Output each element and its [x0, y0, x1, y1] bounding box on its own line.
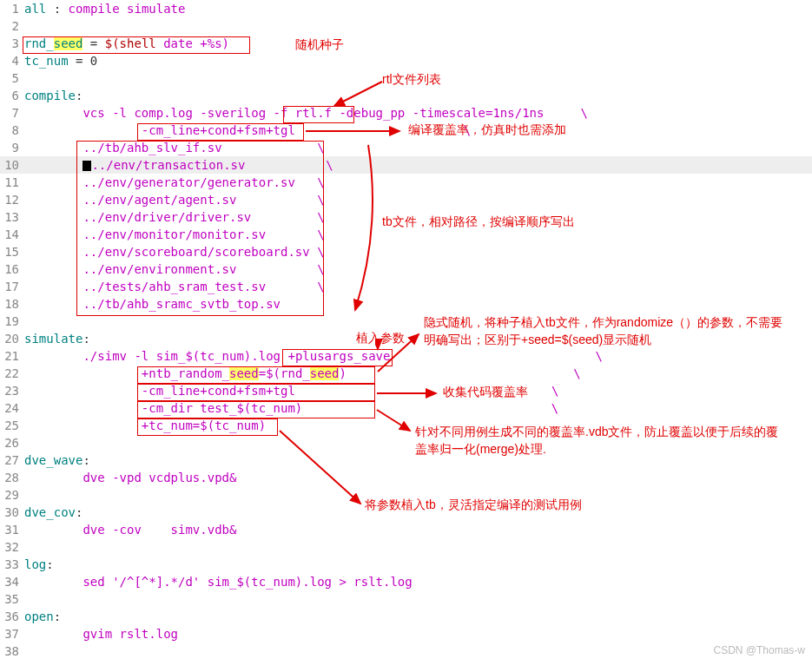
target-all: all: [24, 2, 46, 16]
target-dve-wave: dve_wave: [24, 453, 83, 467]
watermark: CSDN @Thomas-w: [713, 644, 805, 656]
target-dve-cov: dve_cov: [24, 505, 76, 519]
target-log: log: [24, 557, 46, 571]
target-compile: compile: [24, 89, 76, 102]
cursor-block: [83, 161, 91, 171]
target-open: open: [24, 610, 54, 623]
code-editor: 1all : compile simulate 2 3rnd_seed = $(…: [0, 0, 812, 659]
target-simulate: simulate: [24, 332, 83, 346]
seed-hl: seed: [54, 36, 83, 50]
